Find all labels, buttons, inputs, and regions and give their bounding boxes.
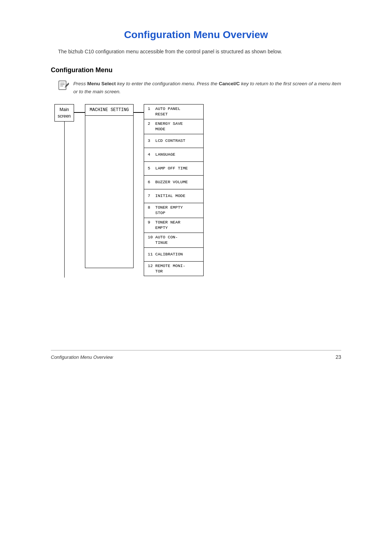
- section-title: Configuration Menu: [51, 66, 341, 74]
- menu-item-5: 5 LAMP OFF TIME: [144, 162, 204, 176]
- machine-setting-box: MACHINE SETTING: [85, 104, 134, 116]
- machine-setting-label: MACHINE SETTING: [90, 107, 129, 112]
- menu-item-9: 9 TONER NEAR EMPTY: [144, 218, 204, 233]
- menu-items-col: 1 AUTO PANEL RESET 2 ENERGY SAVE MODE 3 …: [144, 104, 204, 276]
- menu-item-7: 7 INITIAL MODE: [144, 189, 204, 203]
- menu-item-1: 1 AUTO PANEL RESET: [144, 104, 204, 119]
- note-icon: [58, 81, 70, 93]
- page-title: Configuration Menu Overview: [51, 29, 341, 41]
- footer: Configuration Menu Overview 23: [51, 350, 341, 360]
- intro-text: The bizhub C10 configuration menu access…: [58, 48, 341, 56]
- menu-item-3: 3 LCD CONTRAST: [144, 134, 204, 148]
- main-screen-label: Mainscreen: [58, 107, 71, 119]
- menu-item-12: 12 REMOTE MONI- TOR: [144, 262, 204, 276]
- cancel-c-bold: Cancel/C: [219, 81, 240, 86]
- machine-setting-body: [85, 116, 134, 268]
- menu-item-4: 4 LANGUAGE: [144, 148, 204, 162]
- footer-text-left: Configuration Menu Overview: [51, 354, 113, 360]
- menu-item-11: 11 CALIBRATION: [144, 248, 204, 262]
- menu-select-bold: Menu Select: [87, 81, 116, 86]
- svg-rect-0: [59, 81, 66, 90]
- page-container: Configuration Menu Overview The bizhub C…: [0, 0, 392, 554]
- machine-setting-col: MACHINE SETTING: [85, 104, 134, 268]
- menu-item-8: 8 TONER EMPTY STOP: [144, 203, 204, 218]
- note-block: Press Menu Select key to enter the confi…: [58, 80, 341, 95]
- footer-page-number: 23: [335, 354, 341, 360]
- menu-item-10: 10 AUTO CON- TINUE: [144, 233, 204, 248]
- note-paragraph: Press Menu Select key to enter the confi…: [73, 80, 341, 95]
- menu-item-6: 6 BUZZER VOLUME: [144, 176, 204, 189]
- main-screen-box: Mainscreen: [54, 104, 74, 122]
- menu-item-2: 2 ENERGY SAVE MODE: [144, 119, 204, 134]
- main-screen-wrapper: Mainscreen: [54, 104, 74, 278]
- menu-diagram: Mainscreen MACHINE SETTING 1 AUTO PANEL …: [54, 104, 341, 278]
